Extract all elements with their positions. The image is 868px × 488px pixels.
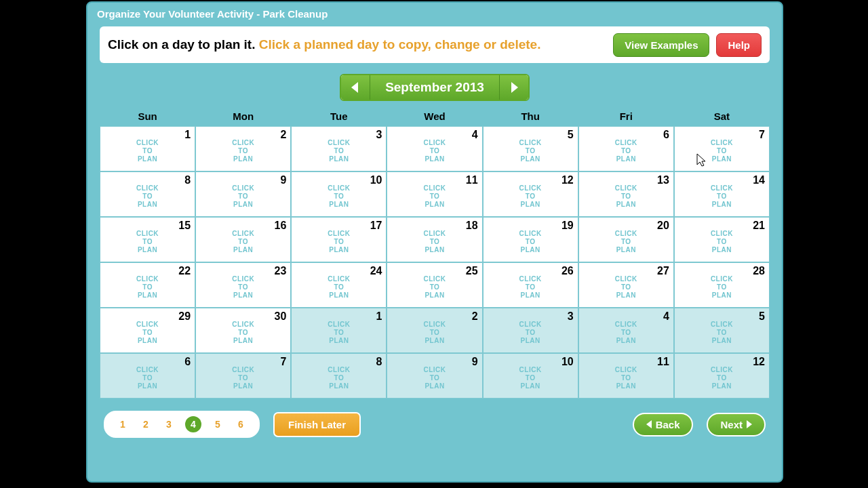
instruction-bar: Click on a day to plan it. Click a plann… bbox=[100, 26, 770, 63]
calendar-day-cell[interactable]: 17CLICKTOPLAN bbox=[291, 217, 387, 262]
click-to-plan-label: CLICKTOPLAN bbox=[100, 366, 195, 390]
next-label: Next bbox=[720, 419, 743, 430]
next-button[interactable]: Next bbox=[707, 413, 766, 436]
weekday-header-row: SunMonTueWedThuFriSat bbox=[100, 108, 770, 126]
calendar-day-cell[interactable]: 4CLICKTOPLAN bbox=[578, 308, 674, 353]
calendar-day-cell[interactable]: 11CLICKTOPLAN bbox=[387, 171, 482, 217]
click-to-plan-label: CLICKTOPLAN bbox=[675, 184, 769, 209]
calendar-day-cell[interactable]: 11CLICKTOPLAN bbox=[578, 353, 674, 399]
calendar-day-cell[interactable]: 30CLICKTOPLAN bbox=[195, 308, 291, 353]
calendar-day-cell[interactable]: 12CLICKTOPLAN bbox=[674, 353, 770, 399]
click-to-plan-label: CLICKTOPLAN bbox=[484, 230, 578, 254]
calendar-day-cell[interactable]: 18CLICKTOPLAN bbox=[387, 217, 482, 262]
step-3[interactable]: 3 bbox=[162, 418, 176, 431]
weekday-header: Mon bbox=[195, 110, 291, 122]
calendar-day-cell[interactable]: 8CLICKTOPLAN bbox=[100, 171, 195, 217]
calendar-day-cell[interactable]: 6CLICKTOPLAN bbox=[100, 353, 195, 399]
click-to-plan-label: CLICKTOPLAN bbox=[196, 275, 290, 300]
prev-month-button[interactable] bbox=[341, 75, 370, 100]
click-to-plan-label: CLICKTOPLAN bbox=[675, 275, 769, 300]
click-to-plan-label: CLICKTOPLAN bbox=[292, 139, 386, 163]
calendar-day-cell[interactable]: 5CLICKTOPLAN bbox=[674, 308, 770, 353]
finish-later-button[interactable]: Finish Later bbox=[273, 412, 361, 437]
click-to-plan-label: CLICKTOPLAN bbox=[387, 184, 481, 209]
calendar-day-cell[interactable]: 7CLICKTOPLAN bbox=[195, 353, 291, 399]
click-to-plan-label: CLICKTOPLAN bbox=[675, 321, 769, 345]
calendar-day-cell[interactable]: 7CLICKTOPLAN bbox=[674, 126, 770, 171]
weekday-header: Fri bbox=[578, 110, 674, 122]
calendar-day-cell[interactable]: 2CLICKTOPLAN bbox=[387, 308, 482, 353]
calendar-day-cell[interactable]: 12CLICKTOPLAN bbox=[483, 171, 578, 217]
step-5[interactable]: 5 bbox=[211, 418, 224, 431]
instruction-part1: Click on a day to plan it. bbox=[108, 37, 259, 52]
calendar-day-cell[interactable]: 9CLICKTOPLAN bbox=[195, 171, 291, 217]
step-4[interactable]: 4 bbox=[185, 416, 201, 432]
calendar-day-cell[interactable]: 3CLICKTOPLAN bbox=[291, 126, 387, 171]
click-to-plan-label: CLICKTOPLAN bbox=[196, 321, 290, 345]
calendar-day-cell[interactable]: 15CLICKTOPLAN bbox=[100, 217, 195, 262]
calendar-day-cell[interactable]: 21CLICKTOPLAN bbox=[674, 217, 770, 262]
click-to-plan-label: CLICKTOPLAN bbox=[675, 366, 769, 390]
click-to-plan-label: CLICKTOPLAN bbox=[484, 366, 578, 390]
calendar-day-cell[interactable]: 2CLICKTOPLAN bbox=[195, 126, 291, 171]
calendar-day-cell[interactable]: 14CLICKTOPLAN bbox=[674, 171, 770, 217]
back-button[interactable]: Back bbox=[633, 413, 694, 436]
svg-marker-0 bbox=[351, 82, 358, 93]
calendar-day-cell[interactable]: 4CLICKTOPLAN bbox=[387, 126, 482, 171]
calendar-day-cell[interactable]: 16CLICKTOPLAN bbox=[195, 217, 291, 262]
calendar-day-cell[interactable]: 19CLICKTOPLAN bbox=[483, 217, 578, 262]
calendar-day-cell[interactable]: 3CLICKTOPLAN bbox=[483, 308, 578, 353]
calendar-day-cell[interactable]: 23CLICKTOPLAN bbox=[195, 262, 291, 308]
calendar-day-cell[interactable]: 1CLICKTOPLAN bbox=[100, 126, 195, 171]
calendar-day-cell[interactable]: 10CLICKTOPLAN bbox=[483, 353, 578, 399]
step-1[interactable]: 1 bbox=[116, 418, 130, 431]
step-2[interactable]: 2 bbox=[139, 418, 153, 431]
calendar-day-cell[interactable]: 8CLICKTOPLAN bbox=[291, 353, 387, 399]
window-title: Organize Your Volunteer Activity - Park … bbox=[87, 3, 782, 26]
calendar-day-cell[interactable]: 6CLICKTOPLAN bbox=[578, 126, 674, 171]
calendar-day-cell[interactable]: 20CLICKTOPLAN bbox=[578, 217, 674, 262]
calendar-day-cell[interactable]: 24CLICKTOPLAN bbox=[291, 262, 387, 308]
calendar-day-cell[interactable]: 22CLICKTOPLAN bbox=[100, 262, 195, 308]
month-label: September 2013 bbox=[370, 75, 500, 100]
click-to-plan-label: CLICKTOPLAN bbox=[387, 230, 481, 254]
click-to-plan-label: CLICKTOPLAN bbox=[196, 366, 290, 390]
help-button[interactable]: Help bbox=[716, 33, 762, 57]
calendar-day-cell[interactable]: 10CLICKTOPLAN bbox=[291, 171, 387, 217]
click-to-plan-label: CLICKTOPLAN bbox=[579, 275, 673, 300]
click-to-plan-label: CLICKTOPLAN bbox=[387, 275, 481, 300]
calendar-day-cell[interactable]: 25CLICKTOPLAN bbox=[387, 262, 482, 308]
instruction-part2: Click a planned day to copy, change or d… bbox=[259, 37, 541, 52]
click-to-plan-label: CLICKTOPLAN bbox=[484, 184, 578, 209]
calendar: SunMonTueWedThuFriSat 1CLICKTOPLAN2CLICK… bbox=[100, 108, 770, 399]
click-to-plan-label: CLICKTOPLAN bbox=[100, 184, 195, 209]
click-to-plan-label: CLICKTOPLAN bbox=[675, 230, 769, 254]
back-label: Back bbox=[656, 419, 680, 430]
calendar-day-cell[interactable]: 27CLICKTOPLAN bbox=[578, 262, 674, 308]
month-navigator: September 2013 bbox=[100, 74, 770, 101]
app-window: Organize Your Volunteer Activity - Park … bbox=[86, 1, 783, 483]
calendar-day-cell[interactable]: 5CLICKTOPLAN bbox=[483, 126, 578, 171]
chevron-right-icon bbox=[747, 420, 752, 428]
calendar-day-cell[interactable]: 28CLICKTOPLAN bbox=[674, 262, 770, 308]
svg-marker-1 bbox=[511, 82, 518, 93]
click-to-plan-label: CLICKTOPLAN bbox=[484, 275, 578, 300]
click-to-plan-label: CLICKTOPLAN bbox=[292, 184, 386, 209]
click-to-plan-label: CLICKTOPLAN bbox=[484, 321, 578, 345]
click-to-plan-label: CLICKTOPLAN bbox=[579, 366, 673, 390]
weekday-header: Wed bbox=[387, 110, 482, 122]
click-to-plan-label: CLICKTOPLAN bbox=[292, 321, 386, 345]
step-indicator: 123456 bbox=[104, 411, 260, 438]
click-to-plan-label: CLICKTOPLAN bbox=[100, 139, 195, 163]
view-examples-button[interactable]: View Examples bbox=[613, 33, 709, 57]
calendar-day-cell[interactable]: 1CLICKTOPLAN bbox=[291, 308, 387, 353]
next-month-button[interactable] bbox=[500, 75, 528, 100]
calendar-day-cell[interactable]: 29CLICKTOPLAN bbox=[100, 308, 195, 353]
calendar-day-cell[interactable]: 9CLICKTOPLAN bbox=[387, 353, 482, 399]
calendar-day-cell[interactable]: 13CLICKTOPLAN bbox=[578, 171, 674, 217]
calendar-day-cell[interactable]: 26CLICKTOPLAN bbox=[483, 262, 578, 308]
click-to-plan-label: CLICKTOPLAN bbox=[100, 230, 195, 254]
click-to-plan-label: CLICKTOPLAN bbox=[387, 321, 481, 345]
step-6[interactable]: 6 bbox=[234, 418, 248, 431]
click-to-plan-label: CLICKTOPLAN bbox=[579, 139, 673, 163]
